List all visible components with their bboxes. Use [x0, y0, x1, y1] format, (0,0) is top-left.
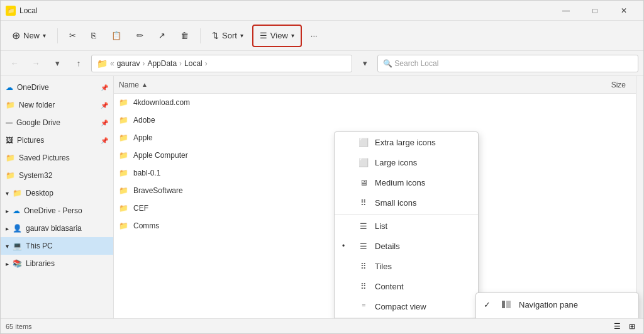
- view-tiles[interactable]: ⠿ Tiles: [335, 256, 478, 276]
- maximize-button[interactable]: □: [580, 1, 609, 21]
- column-size[interactable]: Size: [580, 81, 631, 89]
- view-extra-large-icons[interactable]: ⬜ Extra large icons: [335, 132, 478, 152]
- details-label: Details: [375, 242, 400, 251]
- libraries-icon: 📚: [13, 259, 22, 268]
- nav-pane-icon: [500, 298, 513, 311]
- toolbar-separator-2: [200, 28, 201, 43]
- sidebar-item-pictures[interactable]: 🖼 Pictures 📌: [1, 131, 113, 149]
- column-name[interactable]: Name ▲: [119, 81, 580, 89]
- delete-button[interactable]: 🗑: [174, 25, 195, 47]
- details-icon: ☰: [358, 241, 369, 251]
- pin-icon-google-drive: 📌: [101, 120, 108, 126]
- close-button[interactable]: ✕: [609, 1, 638, 21]
- paste-button[interactable]: 📋: [105, 25, 128, 47]
- file-name-comms: Comms: [133, 221, 159, 230]
- show-details-pane[interactable]: Details pane: [476, 316, 638, 318]
- minimize-button[interactable]: —: [552, 1, 580, 21]
- pin-icon-pictures: 📌: [101, 137, 108, 144]
- small-icon: ⠿: [358, 198, 369, 208]
- address-dropdown-button[interactable]: ▾: [356, 55, 374, 72]
- up-button[interactable]: ↑: [70, 55, 87, 72]
- detail-view-button[interactable]: ⊞: [626, 320, 638, 333]
- view-button[interactable]: ☰ View ▾: [252, 25, 302, 47]
- share-button[interactable]: ↗: [152, 25, 172, 47]
- new-label: New: [23, 31, 40, 40]
- address-bar: ← → ▾ ↑ 📁 « gaurav › AppData › Local › ▾…: [1, 51, 643, 76]
- check-nav-pane: ✓: [484, 300, 494, 309]
- forward-button[interactable]: →: [27, 55, 45, 72]
- sort-button[interactable]: ⇅ Sort ▾: [206, 25, 250, 47]
- window-title: Local: [19, 6, 38, 15]
- copy-button[interactable]: ⎘: [85, 25, 103, 47]
- sidebar-label-gaurav: gaurav bidasaria: [26, 224, 82, 233]
- sidebar-item-saved-pictures[interactable]: 📁 Saved Pictures: [1, 149, 113, 167]
- scrollbar[interactable]: [636, 76, 643, 318]
- back-button[interactable]: ←: [6, 55, 23, 72]
- view-medium-icons[interactable]: 🖥 Medium icons: [335, 172, 478, 192]
- sidebar-item-system32[interactable]: 📁 System32: [1, 167, 113, 184]
- breadcrumb-separator-1: «: [110, 59, 114, 68]
- rename-button[interactable]: ✏: [130, 25, 150, 47]
- file-item-4kdownload[interactable]: 📁 4kdownload.com: [114, 94, 636, 111]
- cut-button[interactable]: ✂: [63, 25, 82, 47]
- more-button[interactable]: ···: [304, 25, 324, 47]
- show-navigation-pane[interactable]: ✓ Navigation pane: [476, 293, 638, 316]
- list-label: List: [375, 221, 387, 231]
- cut-icon: ✂: [69, 31, 76, 40]
- new-icon: ⊕: [12, 30, 20, 42]
- forward-icon: →: [32, 58, 40, 68]
- sort-icon: ⇅: [212, 31, 219, 40]
- sidebar-item-onedrive[interactable]: ☁ OneDrive 📌: [1, 79, 113, 96]
- sort-arrow-icon: ▲: [142, 81, 148, 88]
- medium-icon: 🖥: [358, 177, 369, 187]
- sidebar-item-google-drive[interactable]: — Google Drive 📌: [1, 114, 113, 131]
- search-icon: 🔍 Search Local: [383, 59, 438, 68]
- file-icon-babl: 📁: [119, 169, 128, 177]
- svg-rect-0: [502, 301, 505, 308]
- sidebar-item-new-folder[interactable]: 📁 New folder 📌: [1, 96, 113, 114]
- breadcrumb-gaurav[interactable]: gaurav: [117, 59, 140, 68]
- extra-large-icon: ⬜: [358, 137, 369, 147]
- new-button[interactable]: ⊕ New ▾: [6, 25, 52, 47]
- view-small-icons[interactable]: ⠿ Small icons: [335, 192, 478, 213]
- item-count: 65 items: [6, 323, 32, 330]
- address-box[interactable]: 📁 « gaurav › AppData › Local ›: [91, 55, 352, 72]
- breadcrumb-arrow-3: ›: [205, 59, 208, 68]
- sidebar-item-this-pc[interactable]: ▾ 💻 This PC: [1, 237, 113, 255]
- sidebar-label-desktop: Desktop: [26, 189, 53, 198]
- sidebar-label-google-drive: Google Drive: [16, 118, 60, 127]
- view-compact[interactable]: ⁼ Compact view: [335, 296, 478, 316]
- sidebar-item-desktop[interactable]: ▾ 📁 Desktop: [1, 184, 113, 202]
- view-details[interactable]: • ☰ Details: [335, 236, 478, 256]
- expand-icon-gaurav: ▸: [6, 225, 9, 232]
- show-dropdown[interactable]: ✓ Navigation pane: [475, 292, 639, 318]
- toolbar: ⊕ New ▾ ✂ ⎘ 📋 ✏ ↗ 🗑 ⇅ Sort ▾ ☰: [1, 21, 643, 51]
- search-box[interactable]: 🔍 Search Local: [377, 55, 638, 72]
- file-item-adobe[interactable]: 📁 Adobe: [114, 111, 636, 129]
- sidebar-label-saved-pictures: Saved Pictures: [19, 153, 70, 162]
- breadcrumb-local[interactable]: Local: [184, 59, 203, 68]
- breadcrumb-arrow-1: ›: [142, 59, 145, 68]
- file-icon-cef: 📁: [119, 204, 128, 213]
- tiles-icon: ⠿: [358, 261, 369, 271]
- file-icon-apple-computer: 📁: [119, 151, 128, 160]
- pin-icon-new-folder: 📌: [101, 102, 108, 109]
- breadcrumb-appdata[interactable]: AppData: [147, 59, 177, 68]
- sidebar-item-onedrive-perso[interactable]: ▸ ☁ OneDrive - Perso: [1, 202, 113, 220]
- view-content[interactable]: ⠿ Content: [335, 276, 478, 296]
- list-view-button[interactable]: ☰: [611, 320, 623, 333]
- view-dropdown[interactable]: ⬜ Extra large icons ⬜ Large icons 🖥 Medi…: [334, 131, 479, 318]
- content-icon: ⠿: [358, 281, 369, 291]
- sidebar-item-gaurav[interactable]: ▸ 👤 gaurav bidasaria: [1, 220, 113, 237]
- sidebar-label-new-folder: New folder: [19, 101, 55, 109]
- recent-locations-button[interactable]: ▾: [48, 55, 66, 72]
- pictures-icon: 🖼: [6, 136, 13, 145]
- view-large-icons[interactable]: ⬜ Large icons: [335, 152, 478, 172]
- nav-pane-label: Navigation pane: [519, 300, 578, 309]
- paste-icon: 📋: [111, 31, 121, 40]
- breadcrumb-icon: 📁: [97, 58, 108, 69]
- file-name-babl: babl-0.1: [133, 169, 160, 177]
- view-list[interactable]: ☰ List: [335, 216, 478, 236]
- system32-icon: 📁: [6, 171, 15, 180]
- sidebar-item-libraries[interactable]: ▸ 📚 Libraries: [1, 255, 113, 272]
